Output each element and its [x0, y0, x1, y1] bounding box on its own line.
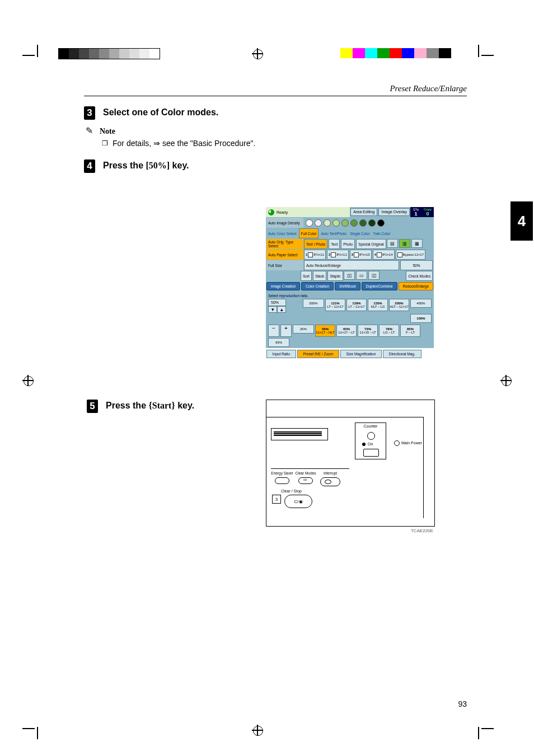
image-overlay-button[interactable]: Image Overlay: [378, 208, 410, 216]
step-4-text-after: key.: [172, 161, 189, 170]
qty-value: 1: [414, 211, 417, 217]
orig-special[interactable]: Special Original: [356, 239, 386, 249]
orig-text[interactable]: Text: [329, 239, 340, 249]
auto-color-select-label[interactable]: Auto Color Select: [266, 228, 298, 238]
figure-code: TCAE220E: [411, 528, 433, 533]
submode-preset-re-zoom[interactable]: Preset R/E / Zoom: [297, 350, 339, 358]
density-step-3[interactable]: [324, 219, 331, 227]
step-4-text-before: Press the: [103, 161, 146, 170]
ratio-spinner-up[interactable]: ▴: [277, 306, 286, 313]
area-editing-button[interactable]: Area Editing: [350, 208, 377, 216]
tray-3[interactable]: 38½×13: [350, 250, 372, 260]
tab-color-creation[interactable]: Color Creation: [301, 282, 334, 290]
step-4: 4 Press the [50%] key.: [84, 159, 467, 173]
special-icon-2[interactable]: ▥: [399, 239, 410, 248]
step-5-text-before: Press the: [106, 401, 148, 410]
stack-button[interactable]: Stack: [313, 271, 326, 281]
copy-value: 0: [426, 211, 429, 217]
clear-stop-label: Clear / Stop: [281, 489, 302, 493]
softkey-50pct: [50%]: [146, 161, 170, 170]
ratio-400[interactable]: 400%: [410, 299, 432, 308]
tab-reduce-enlarge[interactable]: Reduce/Enlarge: [399, 282, 433, 290]
orig-photo[interactable]: Photo: [341, 239, 355, 249]
pencil-icon: ✎: [84, 125, 94, 136]
ratio-65[interactable]: 65%11×17→LT: [336, 325, 357, 337]
density-step-2[interactable]: [315, 219, 322, 227]
density-step-6[interactable]: [350, 219, 358, 227]
density-step-7[interactable]: [359, 219, 367, 227]
tab-image-creation[interactable]: Image Creation: [266, 282, 300, 290]
full-size[interactable]: Full Size: [266, 260, 303, 270]
auto-reduce-enlarge[interactable]: Auto Reduce/Enlarge: [304, 260, 399, 270]
tray-4[interactable]: 48½×14: [373, 250, 395, 260]
density-step-1[interactable]: [306, 219, 313, 227]
counter-label: Counter: [355, 424, 386, 428]
tab-shift-book[interactable]: Shift/Book: [335, 282, 360, 290]
ratio-300[interactable]: 300%: [303, 299, 324, 308]
ratio-129[interactable]: 129%LT→11×17: [346, 299, 367, 311]
staple-pos-2[interactable]: ▭: [356, 271, 367, 280]
submode-input-ratio[interactable]: Input Ratio: [266, 350, 296, 358]
auto-image-density-button[interactable]: Auto Image Density: [266, 218, 303, 228]
ratio-155[interactable]: 155%HLT→LG: [368, 299, 388, 311]
special-icon-3[interactable]: ▦: [411, 239, 423, 248]
note-text: For details, ⇒ see the "Basic Procedure"…: [113, 138, 467, 149]
sort-button[interactable]: Sort: [301, 271, 312, 281]
interrupt-key[interactable]: Interrupt: [319, 471, 341, 486]
clear-modes-key[interactable]: Clear Modes ⇨: [294, 471, 317, 484]
orig-text-photo[interactable]: Text / Photo: [304, 239, 327, 249]
status-text: Ready: [277, 210, 288, 214]
ratio-121[interactable]: 121%LT→11×17: [325, 299, 345, 311]
ratio-spinner: 50% ▾ ▴: [268, 299, 286, 313]
ratio-85[interactable]: 85%F→LT: [400, 325, 420, 337]
counter-key[interactable]: [363, 449, 379, 457]
numpad-3-key[interactable]: 3: [272, 495, 281, 504]
ratio-78[interactable]: 78%LG→LT: [379, 325, 399, 337]
registration-mark-top: [252, 48, 263, 59]
check-modes[interactable]: Check Modes: [406, 271, 433, 281]
tray-bypass[interactable]: Bypass 11×17: [396, 250, 426, 260]
grayscale-calibration-ramp: [58, 48, 160, 59]
section-tab: 4: [510, 201, 533, 241]
tray-2[interactable]: 28½×11: [327, 250, 349, 260]
color-full-color[interactable]: Full Color: [299, 228, 319, 238]
step-5-text-after: key.: [177, 401, 194, 410]
ratio-73[interactable]: 73%11×15→LT: [358, 325, 378, 337]
ratio-plus[interactable]: +: [280, 325, 292, 337]
control-panel-illustration: Counter On Main Power Energy Saver Clear…: [266, 400, 435, 527]
staple-label: Staple:: [327, 271, 343, 281]
submode-directional-mag[interactable]: Directional Mag.: [383, 350, 421, 358]
density-step-4[interactable]: [332, 219, 340, 227]
staple-pos-1[interactable]: ▯▯: [344, 271, 355, 280]
density-step-9[interactable]: [377, 219, 385, 227]
auto-paper-select[interactable]: Auto Paper Select: [266, 250, 303, 260]
ratio-200[interactable]: 200%HLT→11×17: [389, 299, 409, 311]
density-step-8[interactable]: [368, 219, 376, 227]
auto-orig-type-select[interactable]: Auto Orig. Type Select: [266, 239, 303, 249]
on-indicator: On: [362, 442, 373, 446]
step-number-4: 4: [84, 159, 95, 173]
clear-stop-key[interactable]: C/◉: [284, 495, 312, 508]
tray-1[interactable]: 18½×11: [304, 250, 326, 260]
ratio-100[interactable]: 100%: [410, 314, 432, 323]
submode-size-mag[interactable]: Size Magnification: [340, 350, 382, 358]
density-step-5[interactable]: [341, 219, 349, 227]
ratio-93[interactable]: 93%: [268, 338, 289, 347]
ratio-minus[interactable]: −: [268, 325, 279, 337]
crop-mark-top-right: [475, 45, 494, 64]
running-head: Preset Reduce/Enlarge: [84, 84, 467, 96]
color-twin-color[interactable]: Twin Color: [372, 228, 392, 238]
special-icon-1[interactable]: ▤: [387, 239, 398, 248]
density-scale[interactable]: [303, 218, 433, 228]
color-single-color[interactable]: Single Color: [348, 228, 371, 238]
ratio-25[interactable]: 25%: [293, 325, 314, 334]
tab-duplex-combine[interactable]: Duplex/Combine: [362, 282, 397, 290]
color-auto-text-photo[interactable]: Auto Text/Photo: [319, 228, 348, 238]
current-ratio-display: 50%: [400, 260, 433, 270]
energy-saver-key[interactable]: Energy Saver: [271, 471, 293, 484]
crop-mark-bottom-left: [22, 720, 41, 739]
registration-mark-left: [22, 375, 34, 386]
staple-pos-3[interactable]: ▯▯: [368, 271, 380, 280]
ratio-spinner-down[interactable]: ▾: [268, 306, 277, 313]
ratio-50[interactable]: 50%11×17→HLT: [315, 325, 335, 337]
